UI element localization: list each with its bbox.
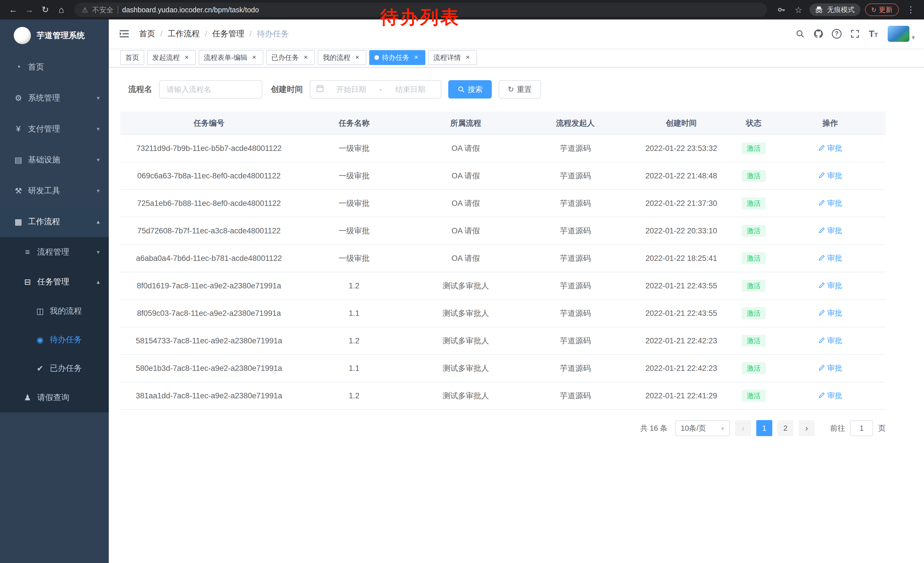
task-name-cell: 1.1 <box>298 300 411 327</box>
fullscreen-icon[interactable] <box>848 26 862 41</box>
approve-link[interactable]: 审批 <box>818 390 842 401</box>
close-tab-icon[interactable] <box>250 54 258 62</box>
goto-page-input[interactable] <box>850 420 873 436</box>
page-number-button[interactable]: 1 <box>756 420 772 436</box>
next-page-button[interactable]: › <box>799 420 814 436</box>
task-id-cell: 8f0d1619-7ac8-11ec-a9e2-a2380e71991a <box>120 272 298 300</box>
approve-link[interactable]: 审批 <box>818 253 842 263</box>
column-header: 操作 <box>775 112 886 135</box>
page-unit-label: 页 <box>878 423 886 433</box>
topbar-actions <box>793 26 915 42</box>
close-tab-icon[interactable] <box>412 54 420 62</box>
edit-pencil-icon <box>818 172 825 179</box>
range-separator: - <box>378 85 383 94</box>
calendar-icon <box>316 84 324 95</box>
menu-label: 已办任务 <box>50 363 100 374</box>
sidebar-item-process-management[interactable]: ≡ 流程管理 <box>0 237 109 267</box>
forward-button[interactable] <box>22 2 37 17</box>
browser-menu-button[interactable] <box>903 2 918 17</box>
status-cell: 激活 <box>733 189 775 217</box>
breadcrumb-item[interactable]: 首页 <box>139 29 168 39</box>
page-number-button[interactable]: 2 <box>777 420 794 436</box>
close-tab-icon[interactable] <box>464 54 472 62</box>
status-badge: 激活 <box>742 170 766 182</box>
chevron-down-icon <box>721 424 724 433</box>
approve-link[interactable]: 审批 <box>818 143 842 153</box>
search-icon <box>458 86 465 93</box>
back-button[interactable] <box>6 2 21 17</box>
menu-label: 待办任务 <box>50 334 100 345</box>
close-tab-icon[interactable] <box>302 54 310 62</box>
tab[interactable]: 流程表单-编辑 <box>199 50 263 65</box>
sidebar-item-payment[interactable]: ¥ 支付管理 <box>0 113 109 144</box>
tab[interactable]: 发起流程 <box>147 50 196 65</box>
tab[interactable]: 我的流程 <box>318 50 366 65</box>
sidebar-item-my-process[interactable]: ◫ 我的流程 <box>0 297 109 325</box>
page-size-select[interactable]: 10条/页 <box>675 420 730 436</box>
app-title: 芋道管理系统 <box>37 30 85 41</box>
sidebar-item-task-management[interactable]: ⊟ 任务管理 <box>0 267 109 297</box>
font-size-icon[interactable] <box>866 26 881 41</box>
logo-image <box>14 27 31 44</box>
breadcrumb-item[interactable]: 工作流程 <box>168 29 212 39</box>
status-cell: 激活 <box>733 245 775 272</box>
sidebar-item-todo-task[interactable]: ◉ 待办任务 <box>0 325 109 354</box>
tab[interactable]: 已办任务 <box>266 50 315 65</box>
reset-button[interactable]: 重置 <box>499 80 541 99</box>
dashboard-icon: ◔ <box>13 62 24 72</box>
page-content: 流程名 创建时间 开始日期 - 结束日期 <box>109 68 924 563</box>
close-tab-icon[interactable] <box>183 54 190 62</box>
tab[interactable]: 流程详情 <box>428 50 477 65</box>
chevron-icon <box>97 187 100 194</box>
tab[interactable]: 待办任务 <box>369 50 425 65</box>
sidebar-item-done-task[interactable]: ✔ 已办任务 <box>0 354 109 383</box>
task-name-cell: 1.2 <box>298 272 411 300</box>
reload-button[interactable] <box>38 2 52 17</box>
infrastructure-icon: ▤ <box>13 155 24 165</box>
menu-label: 我的流程 <box>50 306 100 317</box>
help-icon[interactable] <box>829 26 844 41</box>
sidebar-item-dev-tools[interactable]: ⚒ 研发工具 <box>0 175 109 206</box>
tab-label: 待办任务 <box>382 53 410 62</box>
github-icon[interactable] <box>811 26 826 41</box>
password-key-icon[interactable] <box>775 3 788 16</box>
search-button[interactable]: 搜索 <box>448 80 492 99</box>
status-cell: 激活 <box>733 217 775 245</box>
bookmark-star-icon[interactable] <box>792 3 805 16</box>
approve-link[interactable]: 审批 <box>818 308 842 318</box>
sidebar-item-workflow[interactable]: ▦ 工作流程 <box>0 206 109 237</box>
action-cell: 审批 <box>775 382 886 410</box>
user-menu[interactable] <box>888 26 915 42</box>
approve-link[interactable]: 审批 <box>818 171 842 181</box>
sidebar-item-system[interactable]: ⚙ 系统管理 <box>0 83 109 113</box>
tab[interactable]: 首页 <box>120 50 144 65</box>
approve-link[interactable]: 审批 <box>818 281 842 291</box>
collapse-sidebar-button[interactable] <box>117 27 131 41</box>
approve-link[interactable]: 审批 <box>818 336 842 346</box>
chevron-icon <box>97 156 100 163</box>
close-tab-icon[interactable] <box>353 54 361 62</box>
search-icon[interactable] <box>793 26 807 41</box>
sidebar-item-leave-query[interactable]: ♟ 请假查询 <box>0 383 109 412</box>
create-time-range-picker[interactable]: 开始日期 - 结束日期 <box>310 80 441 99</box>
incognito-icon <box>814 6 824 14</box>
task-id-cell: 580e1b3d-7ac8-11ec-a9e2-a2380e71991a <box>120 354 298 382</box>
breadcrumb-item[interactable]: 待办任务 <box>257 29 289 39</box>
update-button[interactable]: 更新 <box>865 3 899 16</box>
table-row: 580e1b3d-7ac8-11ec-a9e2-a2380e71991a 1.1… <box>120 354 886 382</box>
approve-link[interactable]: 审批 <box>818 226 842 236</box>
created-time-cell: 2022-01-21 22:42:23 <box>630 327 733 354</box>
prev-page-button[interactable]: ‹ <box>735 420 751 436</box>
logo[interactable]: 芋道管理系统 <box>0 20 109 51</box>
sidebar-item-home[interactable]: ◔ 首页 <box>0 51 109 83</box>
total-count: 共 16 条 <box>640 423 668 433</box>
approve-link[interactable]: 审批 <box>818 363 842 373</box>
task-id-cell: 73211d9d-7b9b-11ec-b5b7-acde48001122 <box>120 135 298 162</box>
breadcrumb-item[interactable]: 任务管理 <box>212 29 257 39</box>
process-name-input[interactable] <box>159 80 262 99</box>
approve-link[interactable]: 审批 <box>818 198 842 208</box>
chevron-icon <box>97 249 100 255</box>
action-cell: 审批 <box>775 245 886 272</box>
home-button[interactable] <box>54 2 69 17</box>
sidebar-item-infrastructure[interactable]: ▤ 基础设施 <box>0 144 109 175</box>
